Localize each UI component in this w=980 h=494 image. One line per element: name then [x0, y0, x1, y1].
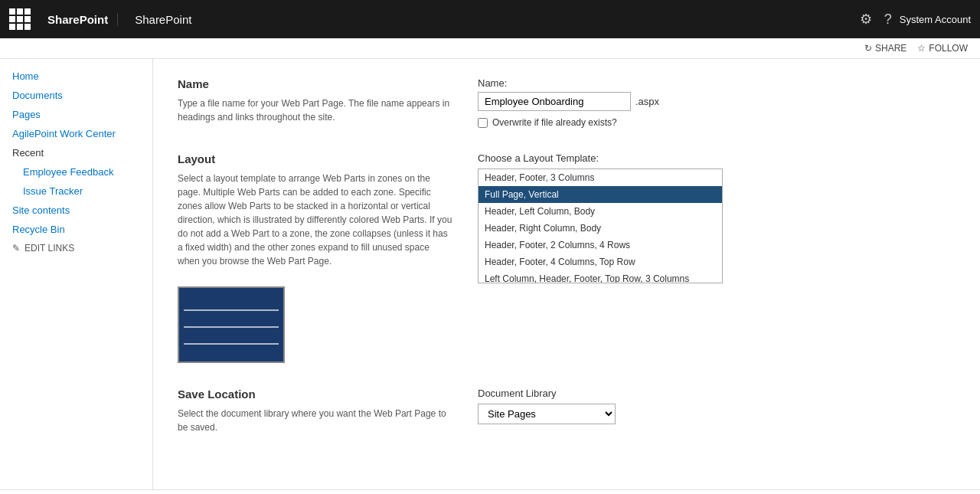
layout-section-desc: Select a layout template to arrange Web … — [178, 172, 453, 268]
layout-option[interactable]: Full Page, Vertical — [479, 186, 722, 203]
layout-option[interactable]: Header, Left Column, Body — [479, 203, 722, 220]
overwrite-checkbox[interactable] — [478, 118, 488, 128]
overwrite-row: Overwrite if file already exists? — [478, 117, 956, 128]
layout-section-right: Choose a Layout Template: Header, Footer… — [478, 152, 956, 363]
sidebar-item-documents[interactable]: Documents — [0, 86, 152, 105]
sidebar-item-pages[interactable]: Pages — [0, 105, 152, 124]
follow-label: FOLLOW — [929, 43, 968, 54]
page-content: Name Type a file name for your Web Part … — [153, 59, 980, 489]
layout-option[interactable]: Header, Footer, 2 Columns, 4 Rows — [479, 237, 722, 254]
star-icon: ☆ — [917, 43, 926, 54]
save-location-title: Save Location — [178, 388, 453, 401]
top-navigation: SharePoint SharePoint ⚙ ? System Account — [0, 0, 980, 38]
preview-row-3 — [184, 326, 279, 340]
layout-option[interactable]: Header, Footer, 4 Columns, Top Row — [479, 254, 722, 270]
footer-buttons: Create Cancel — [0, 489, 980, 494]
page-name-input[interactable] — [478, 92, 631, 111]
sidebar-item-recycle-bin[interactable]: Recycle Bin — [0, 220, 152, 239]
waffle-icon[interactable] — [9, 8, 31, 30]
layout-option[interactable]: Left Column, Header, Footer, Top Row, 3 … — [479, 270, 722, 283]
save-location-desc: Select the document library where you wa… — [178, 407, 453, 434]
doc-lib-select[interactable]: Site PagesDocuments — [478, 404, 616, 424]
name-section-desc: Type a file name for your Web Part Page.… — [178, 97, 453, 124]
preview-row-1 — [184, 293, 279, 306]
gear-icon[interactable]: ⚙ — [860, 11, 872, 28]
sidebar-item-site-contents[interactable]: Site contents — [0, 201, 152, 220]
layout-section-left: Layout Select a layout template to arran… — [178, 152, 453, 363]
site-name: SharePoint — [126, 13, 852, 26]
pencil-icon: ✎ — [12, 243, 20, 254]
help-icon[interactable]: ? — [884, 11, 892, 28]
doc-lib-label: Document Library — [478, 388, 956, 399]
sidebar-item-agilepoint[interactable]: AgilePoint Work Center — [0, 124, 152, 143]
follow-button[interactable]: ☆ FOLLOW — [917, 43, 968, 54]
name-section-right: Name: .aspx Overwrite if file already ex… — [478, 77, 956, 128]
share-icon: ↻ — [864, 43, 872, 54]
overwrite-label: Overwrite if file already exists? — [492, 117, 617, 128]
name-field-label: Name: — [478, 77, 956, 89]
sidebar-item-issue-tracker[interactable]: Issue Tracker — [0, 182, 152, 201]
layout-preview — [178, 286, 285, 363]
share-button[interactable]: ↻ SHARE — [864, 43, 906, 54]
name-input-row: .aspx — [478, 92, 956, 111]
name-extension: .aspx — [635, 96, 659, 107]
edit-links[interactable]: ✎ EDIT LINKS — [0, 239, 152, 257]
layout-choose-label: Choose a Layout Template: — [478, 152, 956, 164]
preview-row-2 — [184, 309, 279, 323]
name-section-title: Name — [178, 77, 453, 90]
name-section: Name Type a file name for your Web Part … — [178, 77, 956, 128]
save-location-right: Document Library Site PagesDocuments — [478, 388, 956, 434]
layout-section-title: Layout — [178, 152, 453, 165]
sidebar-item-employee-feedback[interactable]: Employee Feedback — [0, 162, 152, 182]
user-account[interactable]: System Account — [900, 14, 971, 25]
sidebar: Home Documents Pages AgilePoint Work Cen… — [0, 59, 153, 489]
sidebar-item-home[interactable]: Home — [0, 67, 152, 86]
save-location-left: Save Location Select the document librar… — [178, 388, 453, 434]
layout-section: Layout Select a layout template to arran… — [178, 152, 956, 363]
main-container: Home Documents Pages AgilePoint Work Cen… — [0, 59, 980, 489]
preview-row-4 — [184, 343, 279, 357]
share-label: SHARE — [875, 43, 906, 54]
layout-option[interactable]: Header, Footer, 3 Columns — [479, 169, 722, 186]
action-bar: ↻ SHARE ☆ FOLLOW — [0, 38, 980, 59]
sidebar-item-recent: Recent — [0, 143, 152, 162]
nav-icons: ⚙ ? — [860, 11, 892, 28]
name-section-left: Name Type a file name for your Web Part … — [178, 77, 453, 128]
sharepoint-logo: SharePoint — [38, 13, 118, 26]
edit-links-label: EDIT LINKS — [24, 243, 74, 254]
save-location-section: Save Location Select the document librar… — [178, 388, 956, 434]
layout-listbox[interactable]: Header, Footer, 3 ColumnsFull Page, Vert… — [478, 168, 723, 283]
layout-option[interactable]: Header, Right Column, Body — [479, 220, 722, 237]
